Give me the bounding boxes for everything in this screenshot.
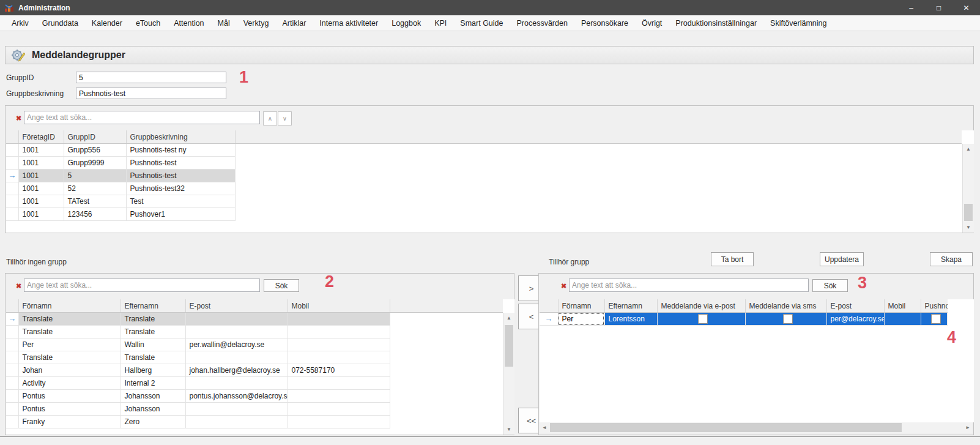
- cell-foretagid[interactable]: 1001: [18, 182, 64, 195]
- column-header-gruppid[interactable]: GruppID: [64, 130, 126, 144]
- cell-efternamn[interactable]: Johansson: [121, 403, 185, 416]
- cell-efternamn[interactable]: Hallberg: [121, 364, 185, 377]
- no-group-sok-button[interactable]: Sök: [264, 279, 299, 292]
- table-row[interactable]: PerWallinper.wallin@delacroy.se: [6, 338, 503, 351]
- cell-mobil[interactable]: 072-5587170: [288, 364, 390, 377]
- cell-fornamn[interactable]: Per: [18, 338, 121, 351]
- menu-item-m-l[interactable]: Mål: [211, 15, 237, 31]
- cell-mobil[interactable]: [288, 338, 390, 351]
- cell-fornamn[interactable]: Pontus: [18, 403, 121, 416]
- cell-epost[interactable]: [185, 313, 288, 326]
- menu-item-kalender[interactable]: Kalender: [85, 15, 129, 31]
- table-row[interactable]: JohanHallbergjohan.hallberg@delacroy.se0…: [6, 364, 503, 377]
- clear-search-icon[interactable]: ✖: [561, 283, 566, 290]
- maximize-button[interactable]: □: [925, 0, 952, 15]
- groups-vertical-scrollbar[interactable]: ▲ ▼: [962, 144, 974, 233]
- cell-epost[interactable]: pontus.johansson@delacroy.se: [185, 390, 288, 403]
- cell-foretagid[interactable]: 1001: [18, 208, 64, 221]
- cell-efternamn[interactable]: Wallin: [121, 338, 185, 351]
- cell-gruppid[interactable]: 52: [64, 182, 126, 195]
- scroll-left-icon[interactable]: ◄: [540, 422, 549, 433]
- cell-efternamn[interactable]: Johansson: [121, 390, 185, 403]
- menu-item-interna-aktiviteter[interactable]: Interna aktiviteter: [313, 15, 385, 31]
- table-row[interactable]: →10015Pushnotis-test: [6, 170, 962, 182]
- table-row[interactable]: ActivityInternal 2: [6, 377, 503, 390]
- scroll-right-icon[interactable]: ►: [963, 422, 972, 433]
- cell-foretagid[interactable]: 1001: [18, 157, 64, 170]
- cell-beskrivning[interactable]: Test: [126, 195, 235, 208]
- table-row[interactable]: 1001123456Pushover1: [6, 208, 962, 221]
- cell-epost[interactable]: johan.hallberg@delacroy.se: [185, 364, 288, 377]
- cell-mobil[interactable]: [288, 351, 390, 364]
- scroll-up-icon[interactable]: ▲: [963, 146, 974, 152]
- cell-pushnotis[interactable]: [921, 313, 948, 326]
- cell-fornamn[interactable]: Translate: [18, 326, 121, 338]
- column-header-fornamn[interactable]: Förnamn: [558, 299, 604, 313]
- cell-mobil[interactable]: [288, 390, 390, 403]
- clear-search-icon[interactable]: ✖: [16, 283, 21, 290]
- cell-epost[interactable]: per@delacroy.se: [826, 313, 884, 326]
- cell-beskrivning[interactable]: Pushnotis-test: [126, 157, 235, 170]
- cell-epost[interactable]: [185, 416, 288, 428]
- column-header-foretagid[interactable]: FöretagID: [18, 130, 64, 144]
- menu-item-artiklar[interactable]: Artiklar: [275, 15, 313, 31]
- cell-gruppid[interactable]: Grupp9999: [64, 157, 126, 170]
- scrollbar-thumb[interactable]: [964, 204, 973, 221]
- menu-item-etouch[interactable]: eTouch: [129, 15, 167, 31]
- cell-fornamn[interactable]: Pontus: [18, 390, 121, 403]
- cell-gruppid[interactable]: 123456: [64, 208, 126, 221]
- table-row[interactable]: FrankyZero: [6, 416, 503, 428]
- menu-item-kpi[interactable]: KPI: [428, 15, 453, 31]
- table-row[interactable]: PontusJohanssonpontus.johansson@delacroy…: [6, 390, 503, 403]
- table-row[interactable]: PontusJohansson: [6, 403, 503, 416]
- column-header-efternamn[interactable]: Efternamn: [121, 299, 185, 313]
- column-header-pushnotis[interactable]: Pushnotis: [921, 299, 948, 313]
- cell-mobil[interactable]: [288, 416, 390, 428]
- pushnotis-checkbox[interactable]: [931, 314, 941, 324]
- cell-foretagid[interactable]: 1001: [18, 170, 64, 182]
- menu-item-arkiv[interactable]: Arkiv: [5, 15, 35, 31]
- column-header-gruppbeskrivning[interactable]: Gruppbeskrivning: [126, 130, 235, 144]
- column-header-meddelande-epost[interactable]: Meddelande via e-post: [657, 299, 745, 313]
- cell-medd_sms[interactable]: [745, 313, 826, 326]
- scrollbar-thumb[interactable]: [505, 325, 513, 367]
- cell-efternamn[interactable]: Internal 2: [121, 377, 185, 390]
- menu-item-attention[interactable]: Attention: [167, 15, 210, 31]
- in-group-search-input[interactable]: [569, 279, 809, 292]
- table-row[interactable]: TranslateTranslate: [6, 351, 503, 364]
- cell-epost[interactable]: per.wallin@delacroy.se: [185, 338, 288, 351]
- scroll-down-icon[interactable]: ▼: [963, 225, 974, 230]
- in-group-sok-button[interactable]: Sök: [812, 279, 848, 292]
- close-button[interactable]: ✕: [952, 0, 980, 15]
- menu-item-verktyg[interactable]: Verktyg: [237, 15, 276, 31]
- cell-epost[interactable]: [185, 351, 288, 364]
- cell-efternamn[interactable]: Lorentsson: [604, 313, 657, 326]
- cell-fornamn[interactable]: Franky: [18, 416, 121, 428]
- medd_sms-checkbox[interactable]: [783, 314, 793, 324]
- cell-beskrivning[interactable]: Pushover1: [126, 208, 235, 221]
- column-header-epost[interactable]: E-post: [185, 299, 288, 313]
- cell-gruppid[interactable]: TATest: [64, 195, 126, 208]
- gruppbeskrivning-field[interactable]: [76, 88, 226, 99]
- menu-item-skift-verl-mning[interactable]: Skiftöverlämning: [763, 15, 833, 31]
- menu-item-processv-rden[interactable]: Processvärden: [510, 15, 574, 31]
- column-header-mobil[interactable]: Mobil: [884, 299, 921, 313]
- cell-efternamn[interactable]: Translate: [121, 313, 185, 326]
- cell-mobil[interactable]: [884, 313, 921, 326]
- menu-item-persons-kare[interactable]: Personsökare: [574, 15, 635, 31]
- scrollbar-thumb[interactable]: [550, 423, 902, 432]
- cell-fornamn[interactable]: Activity: [18, 377, 121, 390]
- cell-mobil[interactable]: [288, 403, 390, 416]
- cell-beskrivning[interactable]: Pushnotis-test ny: [126, 144, 235, 157]
- clear-search-icon[interactable]: ✖: [16, 115, 21, 122]
- cell-efternamn[interactable]: Translate: [121, 326, 185, 338]
- cell-epost[interactable]: [185, 403, 288, 416]
- cell-fornamn[interactable]: Per: [558, 313, 604, 326]
- in-group-horizontal-scrollbar[interactable]: ◄ ►: [540, 422, 972, 433]
- cell-mobil[interactable]: [288, 313, 390, 326]
- table-row[interactable]: 1001Grupp9999Pushnotis-test: [6, 157, 962, 170]
- table-row[interactable]: 1001Grupp556Pushnotis-test ny: [6, 144, 962, 157]
- cell-foretagid[interactable]: 1001: [18, 144, 64, 157]
- table-row[interactable]: 1001TATestTest: [6, 195, 962, 208]
- cell-mobil[interactable]: [288, 326, 390, 338]
